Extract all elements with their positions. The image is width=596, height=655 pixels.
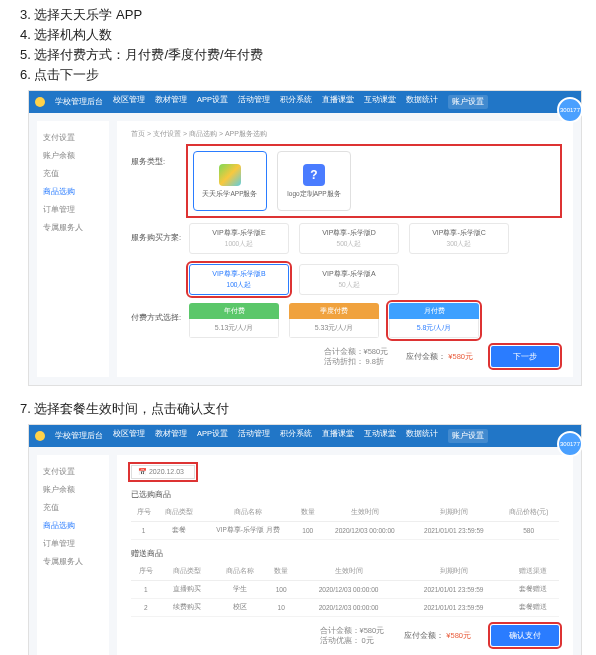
gift-table: 序号 商品类型 商品名称 数量 生效时间 到期时间 赠送渠道 1 直播购买 学生… — [131, 563, 559, 617]
topbar-2: 学校管理后台 校区管理 教材管理 APP设置 活动管理 积分系统 直播课堂 互动… — [29, 425, 581, 447]
nav-campus[interactable]: 校区管理 — [113, 95, 145, 109]
total-pay-value: ¥580元 — [448, 352, 473, 361]
c1-1: 套餐 — [156, 522, 201, 540]
label-pay-mode: 付费方式选择: — [131, 303, 189, 323]
plan-b-name: VIP尊享-乐学版B — [190, 269, 288, 279]
nav-interact[interactable]: 互动课堂 — [364, 95, 396, 109]
foot-calc-1: 合计金额：¥580元 — [320, 626, 385, 636]
side2-shop[interactable]: 商品选购 — [43, 517, 103, 535]
plan-b-sub: 100人起 — [190, 281, 288, 290]
th1-3: 数量 — [295, 504, 320, 522]
nav-account[interactable]: 账户设置 — [448, 95, 488, 109]
g1-1: 直播购买 — [161, 581, 214, 599]
total-calc-2: 活动折扣： 9.8折 — [324, 357, 389, 367]
th1-5: 到期时间 — [409, 504, 498, 522]
th2-0: 序号 — [131, 563, 161, 581]
g2-6: 套餐赠送 — [506, 599, 559, 617]
instruction-7: 7. 选择套餐生效时间，点击确认支付 — [36, 400, 586, 418]
plan-a[interactable]: VIP尊享-乐学版A50人起 — [299, 264, 399, 295]
main-panel-2: 📅 2020.12.03 已选购商品 序号 商品类型 商品名称 数量 生效时间 … — [117, 455, 573, 655]
pay-options: 年付费5.13元/人/月 季度付费5.33元/人/月 月付费5.8元/人/月 — [189, 303, 559, 338]
side-orders[interactable]: 订单管理 — [43, 201, 103, 219]
svc1-label: 天天乐学APP服务 — [202, 190, 257, 199]
nav-live[interactable]: 直播课堂 — [322, 95, 354, 109]
service-ttlx[interactable]: 天天乐学APP服务 — [193, 151, 267, 211]
nav2-app[interactable]: APP设置 — [197, 429, 228, 443]
avatar-2[interactable]: 300177 — [557, 431, 583, 457]
pay-quarter-hd: 季度付费 — [289, 303, 379, 319]
side-pay[interactable]: 支付设置 — [43, 129, 103, 147]
plan-d[interactable]: VIP尊享-乐学版D500人起 — [299, 223, 399, 254]
plan-e-name: VIP尊享-乐学版E — [190, 228, 288, 238]
foot-pay-value: ¥580元 — [446, 631, 471, 640]
g2-3: 10 — [266, 599, 296, 617]
logo-icon-2 — [35, 431, 45, 441]
nav2-interact[interactable]: 互动课堂 — [364, 429, 396, 443]
g1-6: 套餐赠送 — [506, 581, 559, 599]
nav-activity[interactable]: 活动管理 — [238, 95, 270, 109]
th2-2: 商品名称 — [214, 563, 267, 581]
confirm-pay-button[interactable]: 确认支付 — [491, 625, 559, 646]
side2-balance[interactable]: 账户余额 — [43, 481, 103, 499]
sidebar-2: 支付设置 账户余额 充值 商品选购 订单管理 专属服务人 — [37, 455, 109, 655]
g1-3: 100 — [266, 581, 296, 599]
th2-3: 数量 — [266, 563, 296, 581]
topbar: 学校管理后台 校区管理 教材管理 APP设置 活动管理 积分系统 直播课堂 互动… — [29, 91, 581, 113]
nav2-activity[interactable]: 活动管理 — [238, 429, 270, 443]
side2-pay[interactable]: 支付设置 — [43, 463, 103, 481]
th2-1: 商品类型 — [161, 563, 214, 581]
th1-4: 生效时间 — [320, 504, 409, 522]
nav-points[interactable]: 积分系统 — [280, 95, 312, 109]
side2-recharge[interactable]: 充值 — [43, 499, 103, 517]
th1-2: 商品名称 — [201, 504, 295, 522]
brand-title-2: 学校管理后台 — [55, 431, 103, 441]
g2-5: 2021/01/01 23:59:59 — [401, 599, 506, 617]
date-picker[interactable]: 📅 2020.12.03 — [131, 465, 195, 479]
th1-0: 序号 — [131, 504, 156, 522]
next-button[interactable]: 下一步 — [491, 346, 559, 367]
side2-agent[interactable]: 专属服务人 — [43, 553, 103, 571]
service-options: 天天乐学APP服务 ? logo定制APP服务 — [189, 147, 559, 215]
logo-icon — [35, 97, 45, 107]
pay-quarter[interactable]: 季度付费5.33元/人/月 — [289, 303, 379, 338]
nav-textbook[interactable]: 教材管理 — [155, 95, 187, 109]
th1-6: 商品价格(元) — [498, 504, 559, 522]
nav2-campus[interactable]: 校区管理 — [113, 429, 145, 443]
nav-stats[interactable]: 数据统计 — [406, 95, 438, 109]
pay-quarter-bd: 5.33元/人/月 — [289, 319, 379, 338]
side-recharge[interactable]: 充值 — [43, 165, 103, 183]
c1-4: 2020/12/03 00:00:00 — [320, 522, 409, 540]
table-row: 1 套餐 VIP尊享-乐学版 月费 100 2020/12/03 00:00:0… — [131, 522, 559, 540]
c1-2: VIP尊享-乐学版 月费 — [201, 522, 295, 540]
nav2-account[interactable]: 账户设置 — [448, 429, 488, 443]
plan-a-name: VIP尊享-乐学版A — [300, 269, 398, 279]
avatar[interactable]: 300177 — [557, 97, 583, 123]
nav2-stats[interactable]: 数据统计 — [406, 429, 438, 443]
nav2-textbook[interactable]: 教材管理 — [155, 429, 187, 443]
side-balance[interactable]: 账户余额 — [43, 147, 103, 165]
g1-2: 学生 — [214, 581, 267, 599]
service-logo[interactable]: ? logo定制APP服务 — [277, 151, 351, 211]
nav2-points[interactable]: 积分系统 — [280, 429, 312, 443]
g1-4: 2020/12/03 00:00:00 — [296, 581, 401, 599]
side-shop[interactable]: 商品选购 — [43, 183, 103, 201]
plan-b[interactable]: VIP尊享-乐学版B100人起 — [189, 264, 289, 295]
nav2-live[interactable]: 直播课堂 — [322, 429, 354, 443]
g2-1: 续费购买 — [161, 599, 214, 617]
instruction-4: 4. 选择机构人数 — [36, 26, 586, 44]
pay-month[interactable]: 月付费5.8元/人/月 — [389, 303, 479, 338]
plan-e[interactable]: VIP尊享-乐学版E1000人起 — [189, 223, 289, 254]
ttlx-icon — [219, 164, 241, 186]
pay-year[interactable]: 年付费5.13元/人/月 — [189, 303, 279, 338]
nav-app[interactable]: APP设置 — [197, 95, 228, 109]
g1-0: 1 — [131, 581, 161, 599]
svc2-label: logo定制APP服务 — [287, 190, 340, 199]
pay-month-hd: 月付费 — [389, 303, 479, 319]
date-value: 2020.12.03 — [149, 468, 184, 475]
side-agent[interactable]: 专属服务人 — [43, 219, 103, 237]
c1-0: 1 — [131, 522, 156, 540]
plan-c[interactable]: VIP尊享-乐学版C300人起 — [409, 223, 509, 254]
calendar-icon: 📅 — [138, 468, 147, 475]
side2-orders[interactable]: 订单管理 — [43, 535, 103, 553]
footer-totals: 合计金额：¥580元 活动优惠： 0元 应付金额： ¥580元 确认支付 — [131, 625, 559, 646]
